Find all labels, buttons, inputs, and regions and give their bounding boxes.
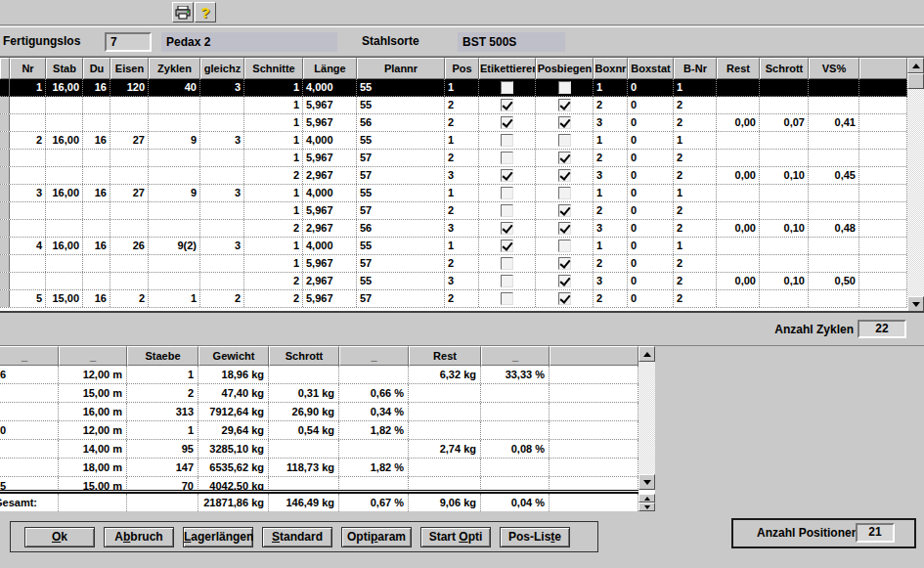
help-button[interactable]: ? xyxy=(195,2,216,22)
cell[interactable] xyxy=(200,167,244,184)
cell[interactable] xyxy=(46,202,83,219)
cell[interactable] xyxy=(717,185,760,201)
cell[interactable]: 9 xyxy=(149,185,200,201)
etikettieren-checkbox[interactable] xyxy=(501,187,513,199)
cell[interactable]: 5,967 xyxy=(303,114,357,131)
cell[interactable]: 56 xyxy=(357,114,445,131)
posbiegen-checkbox[interactable] xyxy=(558,134,571,147)
cell[interactable] xyxy=(760,79,809,96)
cell[interactable] xyxy=(46,97,83,113)
cell[interactable]: 3 xyxy=(594,114,628,131)
cell[interactable]: 3 xyxy=(445,167,479,184)
cell[interactable] xyxy=(536,238,594,254)
cell[interactable] xyxy=(809,79,859,96)
cell[interactable] xyxy=(536,150,594,166)
cell[interactable] xyxy=(10,220,46,237)
posbiegen-checkbox[interactable] xyxy=(558,292,571,305)
cell[interactable] xyxy=(809,185,859,201)
cell[interactable] xyxy=(479,97,536,113)
cell[interactable] xyxy=(479,167,536,184)
cell[interactable]: 1 xyxy=(594,132,628,149)
cell[interactable] xyxy=(200,202,244,219)
cell[interactable] xyxy=(149,220,200,237)
posbiegen-checkbox[interactable] xyxy=(558,99,571,111)
cell[interactable]: 2 xyxy=(244,220,303,237)
cell[interactable]: 1 xyxy=(244,132,303,149)
table-row[interactable]: 15,967572202 xyxy=(0,255,924,273)
cell[interactable]: 57 xyxy=(357,150,445,166)
cell[interactable] xyxy=(717,79,760,96)
cell[interactable] xyxy=(859,185,907,201)
cell[interactable] xyxy=(859,97,907,113)
cell[interactable] xyxy=(717,290,760,307)
posbiegen-checkbox[interactable] xyxy=(558,240,571,252)
cell[interactable]: 120 xyxy=(110,79,149,96)
table-row[interactable]: 15,967572202 xyxy=(0,202,924,220)
cell[interactable] xyxy=(149,150,200,166)
cell[interactable]: 4,000 xyxy=(303,79,357,96)
cell[interactable]: 0,48 xyxy=(809,220,859,237)
etikettieren-checkbox[interactable] xyxy=(501,81,513,94)
start-opti-button[interactable]: Start Opti xyxy=(420,527,491,547)
cell[interactable] xyxy=(760,202,809,219)
cell[interactable]: 0 xyxy=(628,290,674,307)
cell[interactable]: 3 xyxy=(594,167,628,184)
cell[interactable]: 1 xyxy=(594,185,628,201)
cell[interactable]: 0 xyxy=(628,273,674,289)
cell[interactable] xyxy=(536,167,594,184)
cell[interactable] xyxy=(536,185,594,201)
summary-scroll-up-button[interactable] xyxy=(638,346,655,362)
cell[interactable]: 3 xyxy=(594,273,628,289)
summary-scroll-track[interactable] xyxy=(638,362,655,474)
cell[interactable] xyxy=(479,202,536,219)
etikettieren-checkbox[interactable] xyxy=(501,204,513,217)
row-selector[interactable] xyxy=(0,150,10,166)
cell[interactable]: 2,967 xyxy=(303,220,357,237)
cell[interactable] xyxy=(200,97,244,113)
cell[interactable] xyxy=(46,220,83,237)
cell[interactable] xyxy=(809,255,859,272)
etikettieren-checkbox[interactable] xyxy=(501,222,513,235)
etikettieren-checkbox[interactable] xyxy=(501,275,513,287)
row-selector[interactable] xyxy=(0,167,10,184)
cell[interactable] xyxy=(149,97,200,113)
row-selector[interactable] xyxy=(0,238,10,254)
cell[interactable]: 0,07 xyxy=(760,114,809,131)
cell[interactable] xyxy=(809,97,859,113)
cell[interactable]: 0 xyxy=(628,132,674,149)
cell[interactable]: 0 xyxy=(628,79,674,96)
cell[interactable]: 5 xyxy=(10,290,46,307)
cell[interactable]: 9 xyxy=(149,132,200,149)
cell[interactable]: 0,10 xyxy=(760,220,809,237)
cell[interactable] xyxy=(83,220,110,237)
cell[interactable]: 16,00 xyxy=(46,79,83,96)
row-selector[interactable] xyxy=(0,290,10,307)
table-row[interactable]: 22,9675733020,000,100,45 xyxy=(0,167,924,185)
cell[interactable]: 1 xyxy=(445,79,479,96)
cell[interactable]: 1 xyxy=(149,290,200,307)
etikettieren-checkbox[interactable] xyxy=(501,240,513,252)
cell[interactable] xyxy=(859,150,907,166)
cell[interactable] xyxy=(200,255,244,272)
cell[interactable]: 3 xyxy=(200,238,244,254)
cell[interactable] xyxy=(536,202,594,219)
table-row[interactable]: 15,9675623020,000,070,41 xyxy=(0,114,924,132)
cell[interactable] xyxy=(717,97,760,113)
cell[interactable]: 2 xyxy=(674,97,717,113)
cell[interactable]: 0,10 xyxy=(760,273,809,289)
cell[interactable]: 2 xyxy=(110,290,149,307)
row-selector[interactable] xyxy=(0,273,10,289)
cell[interactable]: 16,00 xyxy=(46,132,83,149)
cell[interactable]: 1 xyxy=(244,255,303,272)
cell[interactable] xyxy=(10,273,46,289)
cell[interactable]: 0,45 xyxy=(809,167,859,184)
posbiegen-checkbox[interactable] xyxy=(558,187,571,199)
cell[interactable]: 0,00 xyxy=(717,114,760,131)
cell[interactable]: 0 xyxy=(628,220,674,237)
table-row[interactable]: 216,0016279314,000551101 xyxy=(0,132,924,150)
cell[interactable]: 55 xyxy=(357,79,445,96)
cell[interactable] xyxy=(110,114,149,131)
cell[interactable]: 55 xyxy=(357,273,445,289)
table-row[interactable]: 116,001612040314,000551101 xyxy=(0,79,924,97)
row-selector[interactable] xyxy=(0,132,10,149)
